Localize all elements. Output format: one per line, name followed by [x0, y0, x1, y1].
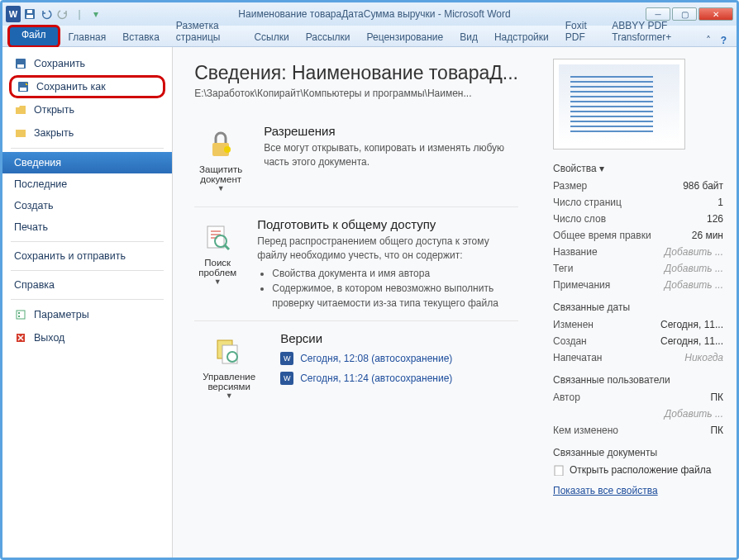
options-icon — [14, 308, 27, 321]
user-row[interactable]: Добавить ... — [553, 406, 723, 422]
button-label: Поиск проблем — [198, 258, 236, 278]
prepare-title: Подготовить к общему доступу — [257, 217, 518, 231]
prop-value: 26 мин — [692, 230, 723, 241]
document-path: E:\Заработок\Копирайт\Компьютеры и прогр… — [194, 88, 518, 99]
sidebar-item-label: Создать — [14, 200, 54, 211]
backstage-view: Сохранить Сохранить как Открыть Закрыть … — [2, 47, 737, 558]
prop-value[interactable]: Никогда — [684, 352, 723, 363]
tab-insert[interactable]: Вставка — [114, 28, 168, 46]
related-dates-heading: Связанные даты — [553, 301, 723, 313]
help-icon[interactable]: ? — [716, 35, 732, 46]
chevron-down-icon: ▼ — [198, 392, 260, 400]
prop-value: Сегодня, 11... — [660, 335, 723, 347]
sidebar-item-help[interactable]: Справка — [2, 274, 172, 296]
info-heading: Сведения: Наименование товараД... — [194, 62, 518, 84]
app-icon: W — [6, 7, 21, 21]
tab-review[interactable]: Рецензирование — [359, 28, 452, 46]
tab-addins[interactable]: Надстройки — [486, 28, 557, 46]
document-preview[interactable] — [553, 59, 685, 149]
user-row: Кем измененоПК — [553, 422, 723, 439]
sidebar-item-exit[interactable]: Выход — [2, 326, 172, 349]
svg-point-13 — [224, 146, 231, 153]
bullet-item: Свойства документа и имя автора — [272, 266, 518, 281]
sidebar-item-share[interactable]: Сохранить и отправить — [2, 245, 172, 267]
svg-rect-4 — [17, 64, 24, 68]
tab-foxit[interactable]: Foxit PDF — [557, 17, 604, 46]
sidebar-item-close[interactable]: Закрыть — [2, 121, 172, 145]
property-row[interactable]: НазваниеДобавить ... — [553, 244, 723, 260]
prop-value[interactable]: Добавить ... — [665, 279, 723, 291]
sidebar-item-save[interactable]: Сохранить — [2, 52, 172, 75]
related-docs-heading: Связанные документы — [553, 447, 723, 458]
svg-rect-10 — [18, 316, 20, 317]
word-doc-icon: W — [280, 372, 293, 385]
versions-section: Управление версиями ▼ Версии W Сегодня, … — [194, 321, 518, 414]
ribbon-minimize-icon[interactable]: ˄ — [701, 35, 716, 46]
check-issues-button[interactable]: Поиск проблем ▼ — [194, 217, 241, 311]
sidebar-item-label: Последние — [14, 178, 67, 190]
user-row: АвторПК — [553, 389, 723, 406]
sidebar-item-label: Сохранить и отправить — [14, 250, 126, 262]
sidebar-item-options[interactable]: Параметры — [2, 303, 172, 326]
folder-open-icon — [14, 103, 27, 116]
tab-abbyy[interactable]: ABBYY PDF Transformer+ — [603, 17, 700, 46]
version-item[interactable]: W Сегодня, 11:24 (автосохранение) — [280, 368, 452, 388]
tab-file[interactable]: Файл — [7, 25, 60, 48]
show-all-properties-link[interactable]: Показать все свойства — [553, 485, 658, 496]
sidebar-item-info[interactable]: Сведения — [2, 152, 172, 173]
svg-rect-19 — [555, 466, 563, 476]
properties-heading[interactable]: Свойства ▾ — [553, 163, 723, 174]
sidebar-item-save-as[interactable]: Сохранить как — [9, 75, 165, 98]
property-row[interactable]: ПримечанияДобавить ... — [553, 277, 723, 293]
open-file-location[interactable]: Открыть расположение файла — [553, 462, 723, 478]
prop-key: Кем изменено — [553, 425, 618, 436]
permissions-text: Все могут открывать, копировать и изменя… — [264, 141, 518, 169]
sidebar-item-label: Открыть — [34, 104, 74, 116]
bullet-item: Содержимое, в котором невозможно выполни… — [272, 281, 518, 311]
prop-value[interactable]: Добавить ... — [665, 246, 723, 258]
tab-references[interactable]: Ссылки — [246, 28, 297, 46]
undo-icon[interactable] — [39, 7, 54, 21]
redo-icon[interactable] — [55, 7, 70, 21]
sidebar-item-label: Сохранить как — [36, 81, 106, 93]
property-row: Размер986 байт — [553, 178, 723, 194]
protect-document-button[interactable]: Защитить документ ▼ — [194, 124, 247, 197]
property-row: Число страниц1 — [553, 194, 723, 211]
tab-view[interactable]: Вид — [451, 28, 486, 46]
related-users-heading: Связанные пользователи — [553, 374, 723, 386]
tab-page-layout[interactable]: Разметка страницы — [168, 17, 246, 46]
prop-key: Размер — [553, 180, 587, 192]
prop-key: Напечатан — [553, 352, 602, 363]
property-row: Число слов126 — [553, 211, 723, 227]
prop-key: Автор — [553, 392, 580, 403]
tab-mailings[interactable]: Рассылки — [298, 28, 359, 46]
date-row: СозданСегодня, 11... — [553, 333, 723, 349]
sidebar-item-print[interactable]: Печать — [2, 216, 172, 238]
prop-key: Название — [553, 246, 598, 258]
property-row: Общее время правки26 мин — [553, 227, 723, 244]
close-button[interactable]: ✕ — [698, 7, 733, 21]
manage-versions-button[interactable]: Управление версиями ▼ — [194, 331, 264, 404]
permissions-title: Разрешения — [264, 124, 518, 138]
version-item[interactable]: W Сегодня, 12:08 (автосохранение) — [280, 349, 452, 368]
date-row[interactable]: НапечатанНикогда — [553, 349, 723, 366]
sidebar-item-recent[interactable]: Последние — [2, 173, 172, 195]
property-row[interactable]: ТегиДобавить ... — [553, 260, 723, 277]
sidebar-item-open[interactable]: Открыть — [2, 98, 172, 121]
prop-value: Сегодня, 11... — [660, 319, 723, 330]
properties-panel: Свойства ▾ Размер986 байтЧисло страниц1Ч… — [540, 47, 737, 558]
save-icon — [14, 57, 27, 70]
sidebar-item-label: Параметры — [34, 309, 89, 320]
version-label: Сегодня, 12:08 (автосохранение) — [300, 353, 452, 364]
qat-customize-icon[interactable]: ▾ — [88, 7, 103, 21]
versions-icon — [212, 335, 246, 368]
prop-value: 1 — [718, 197, 723, 208]
version-label: Сегодня, 11:24 (автосохранение) — [300, 373, 452, 384]
save-icon[interactable] — [22, 7, 37, 21]
svg-rect-1 — [26, 15, 33, 18]
sidebar-item-new[interactable]: Создать — [2, 195, 172, 216]
tab-home[interactable]: Главная — [60, 28, 115, 46]
prop-value[interactable]: Добавить ... — [665, 408, 723, 420]
prop-value[interactable]: Добавить ... — [665, 263, 723, 274]
prop-key: Изменен — [553, 319, 594, 330]
